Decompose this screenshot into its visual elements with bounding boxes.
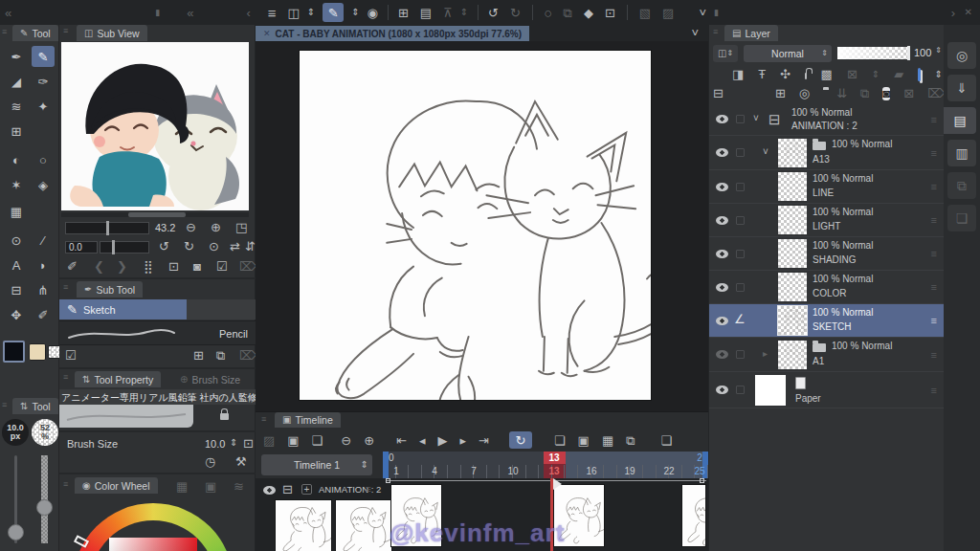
clip-at-layer-icon[interactable]: ◨ [732,68,744,80]
tl-new-timeline-icon[interactable]: ▣ [287,434,299,447]
toolprop-menu-icon[interactable]: ≡ [63,373,68,382]
tl-specify-cel-icon[interactable]: ▦ [602,434,613,447]
tl-onion-skin-icon[interactable]: ❏ [554,434,566,447]
tool-airbrush[interactable]: ≋ [5,96,28,117]
tool-figure[interactable]: ⊟ [5,279,28,300]
merge-layer-icon[interactable]: ⧉ [860,87,869,99]
collapse-left-icon[interactable]: « [5,7,11,19]
layer-checkbox[interactable] [736,183,745,191]
ruler-range-icon[interactable]: ▰ [894,68,903,80]
toolbar-expand-icon[interactable]: ˅ [699,7,706,19]
layer-row-sketch-selected[interactable]: ∠ 100 % Normal SKETCH ≡ [709,304,945,338]
processing-icon[interactable]: ◌ [545,7,552,19]
reset-default-icon[interactable]: ◷ [205,455,215,468]
tl-play-icon[interactable]: ▶ [438,434,448,447]
delete-layer-icon[interactable]: ⌦ [927,87,945,99]
new-document-icon[interactable]: ⊞ [398,7,409,19]
expand-chevron-icon[interactable]: ˅ [753,114,759,123]
layer-row-menu[interactable]: ≡ [931,147,937,159]
flip-horizontal-icon[interactable]: ⇄ [230,240,240,253]
wrench-icon[interactable]: ⚒ [235,455,247,468]
layer-row-menu[interactable]: ≡ [931,214,937,226]
layer-eye[interactable] [716,317,728,325]
brush-size-badge[interactable]: 10.0 px [2,419,29,446]
draw-target-stepper[interactable]: ⇕ [935,70,943,79]
layer-row-animation[interactable]: ˅ ⊟ 100 % Normal ANIMATION : 2 ≡ [709,103,945,136]
tl-next-frame-icon[interactable]: ▸ [460,434,467,447]
new-raster-layer-icon[interactable]: ⊞ [775,87,786,99]
layer-checkbox[interactable] [736,115,745,123]
brush-size-slider-knob[interactable] [8,524,24,540]
spiral-icon[interactable]: ◉ [368,7,378,19]
subview-hscrollbar[interactable] [61,212,249,217]
tool-correct-line[interactable]: ⋔ [32,279,55,300]
layer-checkbox[interactable] [736,250,745,258]
layer-row-menu[interactable]: ≡ [931,114,937,125]
file-stepper-icon[interactable]: ⇕ [460,8,468,17]
layer-row-menu[interactable]: ≡ [931,181,937,192]
playhead-handle[interactable] [553,478,562,490]
draft-layer-icon[interactable]: ✣ [780,68,791,80]
tool-decoration[interactable]: ✦ [32,96,55,117]
expand-chevron-icon[interactable]: ˅ [763,147,768,157]
subview-zoom-slider[interactable] [65,222,149,234]
reference-layer-icon[interactable]: Ŧ [758,68,766,80]
redo-icon[interactable]: ↻ [510,7,521,19]
lock-layer-icon[interactable] [805,73,806,79]
tab-brush-size-panel[interactable]: ⊕ Brush Size [172,371,248,387]
tool-frame-border[interactable]: ⊞ [5,121,28,142]
layer-thumbnail[interactable] [778,341,807,369]
cel-preview-thumb[interactable] [275,499,332,551]
layer-eye[interactable] [716,250,728,258]
print-icon[interactable]: ⊼ [443,7,453,19]
tab-sub-tool[interactable]: ✒ Sub Tool [77,281,143,298]
slider-panel-menu-icon[interactable]: ≡ [2,401,7,409]
layer-thumbnail[interactable] [778,172,807,201]
new-layer-settings-icon[interactable]: ◎ [799,87,810,99]
rotate-right-icon[interactable]: ↻ [184,240,194,253]
track-expand-icon[interactable]: + [301,484,312,495]
tl-last-frame-icon[interactable]: ⇥ [479,434,489,447]
color-history-tab-icon[interactable]: ≋ [234,480,244,493]
layer-row-paper[interactable]: Paper ≡ [709,372,945,408]
layer-eye[interactable] [716,283,728,292]
rotate-left-icon[interactable]: ↺ [159,240,169,253]
layer-eye[interactable] [716,216,728,225]
subtool-add-icon[interactable]: ⊞ [193,349,204,362]
rail-expand-icon[interactable]: › [951,7,955,19]
select-source-stepper[interactable]: ⇕ [872,70,880,79]
panel-handle-icon[interactable]: ▮ [155,9,160,17]
opacity-badge[interactable]: 52 % [32,419,58,446]
tool-pencil[interactable]: ✎ [32,46,55,67]
colorwheel-menu-icon[interactable]: ≡ [63,480,68,489]
flip-view-icon[interactable]: ◫ [288,7,300,19]
tool-gradient[interactable]: ▦ [5,201,28,222]
timeline-menu-icon[interactable]: ≡ [261,415,266,424]
image-list-icon[interactable]: ⣿ [144,260,153,273]
pen-mode-icon[interactable]: ✎ [323,3,344,22]
subtool-duplicate-icon[interactable]: ⧉ [216,349,225,362]
rail-material-icon[interactable]: ⇓ [947,75,976,101]
tl-first-frame-icon[interactable]: ⇤ [396,434,407,447]
layer-row-shading[interactable]: 100 % Normal SHADING ≡ [709,237,945,271]
rail-panel-icon[interactable]: ❏ [947,205,976,231]
color-square[interactable] [109,538,197,551]
tab-layer[interactable]: ▤ Layer [724,25,778,41]
frame-ruler[interactable]: 0 13 2 1 4 7 10 13 16 19 22 25 [383,452,708,478]
layer-row-menu[interactable]: ≡ [931,385,937,396]
tab-color-wheel[interactable]: ◉ Color Wheel [75,477,158,494]
color-slider-tab-icon[interactable]: ▣ [205,480,216,493]
tool-line[interactable]: ∕ [32,230,55,251]
flip-vertical-icon[interactable]: ⇵ [245,240,256,253]
selection-range-bar[interactable] [386,480,706,481]
subview-image[interactable] [61,42,249,210]
subtool-item-pencil[interactable]: Pencil [59,320,256,345]
tab-sub-view[interactable]: ◫ Sub View [77,25,147,41]
layer-checkbox[interactable] [736,148,745,157]
tl-zoom-in-icon[interactable]: ⊕ [364,434,374,447]
prev-image-icon[interactable]: ❮ [94,260,104,273]
tl-batch-cel-icon[interactable]: ⧉ [626,434,635,447]
tool-balloon[interactable]: ◗ [32,254,55,276]
rail-layer-property-icon[interactable]: ⧉ [947,172,976,199]
layer-opacity-slider[interactable] [837,47,910,59]
